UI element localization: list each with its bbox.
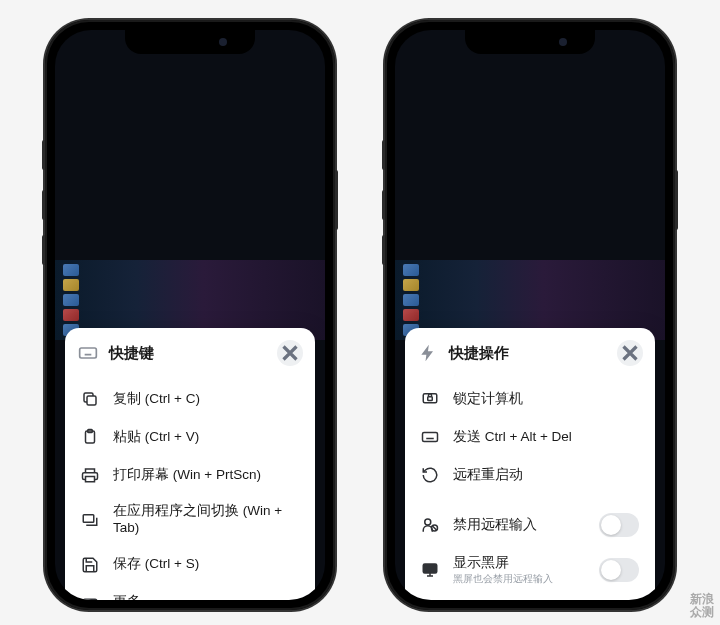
quick-action-row[interactable]: 锁定计算机	[405, 380, 655, 418]
shortcut-row[interactable]: 复制 (Ctrl + C)	[65, 380, 315, 418]
svg-rect-7	[423, 394, 437, 403]
copy-icon	[81, 390, 99, 408]
quick-option-label: 禁用远程输入	[453, 517, 585, 534]
quick-option-row[interactable]: 使用共享剪贴板	[405, 594, 655, 600]
quick-action-label: 锁定计算机	[453, 391, 639, 408]
svg-rect-1	[87, 396, 96, 405]
quick-option-toggle[interactable]	[599, 513, 639, 537]
switch-app-icon	[81, 511, 99, 529]
close-button[interactable]	[277, 340, 303, 366]
quick-action-label: 远程重启动	[453, 467, 639, 484]
svg-rect-9	[423, 433, 438, 442]
quick-action-row[interactable]: 发送 Ctrl + Alt + Del	[405, 418, 655, 456]
lightning-icon	[417, 343, 439, 363]
shortcut-row[interactable]: 打印屏幕 (Win + PrtScn)	[65, 456, 315, 494]
phone-left: 快捷键 复制 (Ctrl + C)粘贴 (Ctrl + V)打印屏幕 (Win …	[45, 20, 335, 610]
panel-header: 快捷键	[65, 328, 315, 376]
more-icon	[81, 594, 99, 600]
quick-option-row[interactable]: 显示黑屏黑屏也会禁用远程输入	[405, 546, 655, 594]
shortcut-label: 保存 (Ctrl + S)	[113, 556, 299, 573]
keyboard-icon	[77, 343, 99, 363]
print-icon	[81, 466, 99, 484]
restart-icon	[421, 466, 439, 484]
svg-rect-4	[86, 477, 95, 482]
screen-right: 快捷操作 锁定计算机发送 Ctrl + Alt + Del远程重启动禁用远程输入…	[395, 30, 665, 600]
panel-header: 快捷操作	[405, 328, 655, 376]
screen-left: 快捷键 复制 (Ctrl + C)粘贴 (Ctrl + V)打印屏幕 (Win …	[55, 30, 325, 600]
shortcuts-panel: 快捷键 复制 (Ctrl + C)粘贴 (Ctrl + V)打印屏幕 (Win …	[65, 328, 315, 600]
shortcut-row[interactable]: 保存 (Ctrl + S)	[65, 546, 315, 584]
send-cad-icon	[421, 428, 439, 446]
panel-title: 快捷操作	[449, 344, 607, 363]
notch	[125, 30, 255, 54]
save-icon	[81, 556, 99, 574]
quick-actions-panel: 快捷操作 锁定计算机发送 Ctrl + Alt + Del远程重启动禁用远程输入…	[405, 328, 655, 600]
shortcut-row[interactable]: 在应用程序之间切换 (Win + Tab)	[65, 494, 315, 546]
shortcut-label: 在应用程序之间切换 (Win + Tab)	[113, 503, 299, 537]
shortcut-label: 复制 (Ctrl + C)	[113, 391, 299, 408]
svg-rect-8	[428, 397, 433, 401]
quick-option-sublabel: 黑屏也会禁用远程输入	[453, 573, 585, 586]
shortcut-label: 打印屏幕 (Win + PrtScn)	[113, 467, 299, 484]
svg-rect-5	[83, 515, 94, 523]
svg-rect-0	[80, 348, 97, 358]
home-indicator[interactable]	[135, 590, 245, 594]
panel-title: 快捷键	[109, 344, 267, 363]
svg-rect-12	[423, 564, 437, 573]
home-indicator[interactable]	[475, 590, 585, 594]
quick-action-label: 发送 Ctrl + Alt + Del	[453, 429, 639, 446]
shortcut-label: 更多	[113, 594, 299, 600]
shortcut-label: 粘贴 (Ctrl + V)	[113, 429, 299, 446]
quick-option-label: 显示黑屏黑屏也会禁用远程输入	[453, 555, 585, 585]
quick-action-row[interactable]: 远程重启动	[405, 456, 655, 494]
notch	[465, 30, 595, 54]
shortcut-row[interactable]: 粘贴 (Ctrl + V)	[65, 418, 315, 456]
watermark: 新浪 众测	[690, 593, 714, 619]
svg-rect-6	[83, 599, 97, 600]
paste-icon	[81, 428, 99, 446]
black-screen-icon	[421, 561, 439, 579]
block-input-icon	[421, 516, 439, 534]
quick-option-row[interactable]: 禁用远程输入	[405, 504, 655, 546]
quick-option-toggle[interactable]	[599, 558, 639, 582]
phone-right: 快捷操作 锁定计算机发送 Ctrl + Alt + Del远程重启动禁用远程输入…	[385, 20, 675, 610]
lock-icon	[421, 390, 439, 408]
close-button[interactable]	[617, 340, 643, 366]
svg-point-10	[425, 519, 431, 525]
